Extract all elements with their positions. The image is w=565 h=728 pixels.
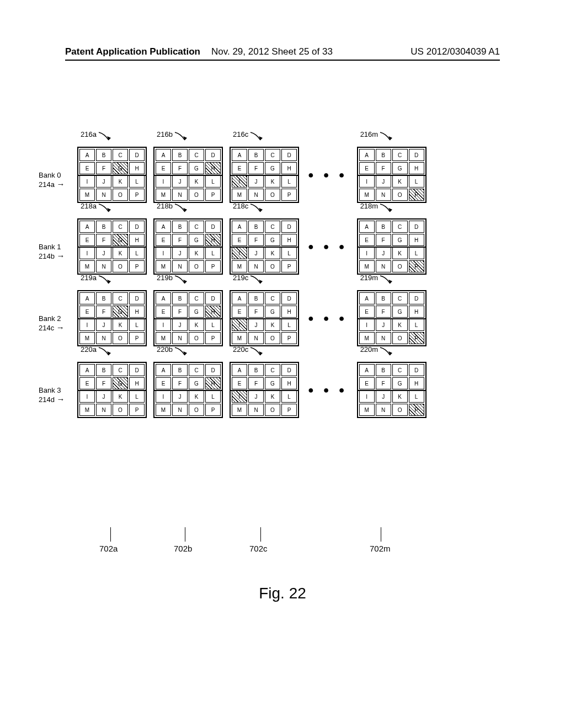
memory-cell: H	[205, 234, 221, 246]
column-connector-line	[381, 527, 381, 542]
grid-ref-text: 219a	[81, 274, 97, 282]
memory-cell: K	[265, 175, 280, 188]
memory-cell: L	[281, 247, 297, 259]
memory-cell: F	[96, 306, 111, 318]
memory-cell: I	[79, 175, 95, 188]
memory-cell: C	[113, 292, 128, 304]
grid-group: 218cABCDEFGHIJKLMNOP	[230, 218, 299, 275]
memory-cell: M	[79, 260, 95, 272]
memory-cell: E	[359, 234, 375, 246]
grid-ref-text: 218a	[81, 202, 97, 210]
memory-cell: G	[392, 306, 408, 318]
memory-cell: B	[248, 221, 264, 233]
memory-cell: J	[248, 247, 264, 259]
memory-cell: I	[156, 247, 171, 259]
memory-cell: D	[281, 292, 297, 304]
memory-cell: F	[172, 234, 188, 246]
memory-cell: G	[189, 306, 204, 318]
memory-grid: ABCDEFGHIJKLMNOP	[77, 362, 147, 418]
memory-cell: O	[189, 332, 204, 344]
memory-cell: H	[281, 234, 297, 246]
memory-cell: M	[156, 260, 171, 272]
bank-row: Bank 3214d →220aABCDEFGHIJKLMNOP220bABCD…	[77, 362, 480, 418]
memory-cell: H	[129, 162, 145, 174]
memory-cell: E	[79, 162, 95, 174]
memory-cell: M	[232, 260, 247, 272]
ellipsis-icon: ● ● ●	[308, 313, 348, 324]
memory-cell: F	[248, 162, 264, 174]
grid-ref-text: 216a	[81, 130, 97, 138]
grid-group: 218mABCDEFGHIJKLMNOP	[357, 218, 427, 275]
memory-cell: I	[79, 247, 95, 259]
memory-cell: A	[232, 221, 247, 233]
memory-cell: D	[281, 221, 297, 233]
grid-group: 218bABCDEFGHIJKLMNOP	[153, 218, 223, 275]
memory-cell: G	[113, 377, 128, 389]
memory-cell: N	[172, 404, 188, 416]
grid-ref-label: 218b	[157, 202, 191, 216]
memory-cell: M	[156, 332, 171, 344]
memory-cell: A	[232, 292, 247, 304]
memory-cell: D	[409, 149, 424, 161]
memory-cell: E	[79, 306, 95, 318]
memory-cell: D	[205, 292, 221, 304]
memory-cell: H	[129, 306, 145, 318]
memory-cell: A	[359, 364, 375, 376]
grid-group: 219bABCDEFGHIJKLMNOP	[153, 290, 223, 346]
memory-cell: O	[392, 260, 408, 272]
memory-cell: A	[156, 221, 171, 233]
memory-cell: N	[96, 189, 111, 201]
column-connector-line	[110, 527, 111, 542]
memory-cell: N	[96, 260, 111, 272]
memory-cell: C	[265, 221, 280, 233]
memory-cell: H	[205, 162, 221, 174]
memory-cell: P	[129, 332, 145, 344]
bank-grids: 219aABCDEFGHIJKLMNOP219bABCDEFGHIJKLMNOP…	[77, 290, 480, 346]
memory-cell: N	[248, 260, 264, 272]
grid-group: 216bABCDEFGHIJKLMNOP	[153, 147, 223, 203]
memory-cell: P	[409, 260, 424, 272]
memory-cell: B	[248, 149, 264, 161]
memory-cell: O	[265, 189, 280, 201]
memory-cell: C	[392, 364, 408, 376]
memory-cell: H	[409, 377, 424, 389]
header-left: Patent Application Publication	[65, 46, 200, 57]
memory-cell: B	[96, 221, 111, 233]
memory-cell: H	[409, 306, 424, 318]
memory-cell: N	[172, 189, 188, 201]
memory-cell: P	[281, 404, 297, 416]
memory-cell: N	[248, 189, 264, 201]
memory-cell: L	[129, 390, 145, 403]
grid-ref-label: 218c	[233, 202, 267, 216]
memory-cell: O	[113, 189, 128, 201]
memory-cell: D	[129, 364, 145, 376]
grid-ref-label: 220c	[233, 345, 267, 360]
memory-cell: G	[113, 234, 128, 246]
memory-cell: F	[376, 234, 391, 246]
memory-cell: K	[189, 247, 204, 259]
grid-ref-label: 219a	[81, 274, 115, 288]
memory-cell: P	[409, 189, 424, 201]
memory-cell: L	[281, 175, 297, 188]
grid-ref-text: 216m	[360, 130, 379, 138]
memory-cell: H	[281, 377, 297, 389]
figure-number: Fig. 22	[0, 585, 565, 602]
memory-cell: G	[265, 234, 280, 246]
arrow-right-icon: →	[57, 251, 65, 260]
grid-group: 218aABCDEFGHIJKLMNOP	[77, 218, 147, 275]
memory-grid: ABCDEFGHIJKLMNOP	[153, 218, 223, 275]
memory-cell: I	[359, 390, 375, 403]
memory-cell: P	[409, 404, 424, 416]
memory-cell: J	[248, 175, 264, 188]
grid-ref-text: 220a	[81, 345, 97, 354]
header-mid: Nov. 29, 2012 Sheet 25 of 33	[211, 46, 333, 57]
grid-ref-label: 216b	[157, 130, 191, 144]
memory-cell: D	[129, 292, 145, 304]
memory-cell: C	[392, 149, 408, 161]
bank-grids: 218aABCDEFGHIJKLMNOP218bABCDEFGHIJKLMNOP…	[77, 218, 480, 275]
memory-cell: J	[172, 247, 188, 259]
memory-cell: I	[156, 175, 171, 188]
grid-ref-text: 216c	[233, 130, 248, 138]
memory-cell: C	[189, 364, 204, 376]
memory-cell: C	[265, 364, 280, 376]
